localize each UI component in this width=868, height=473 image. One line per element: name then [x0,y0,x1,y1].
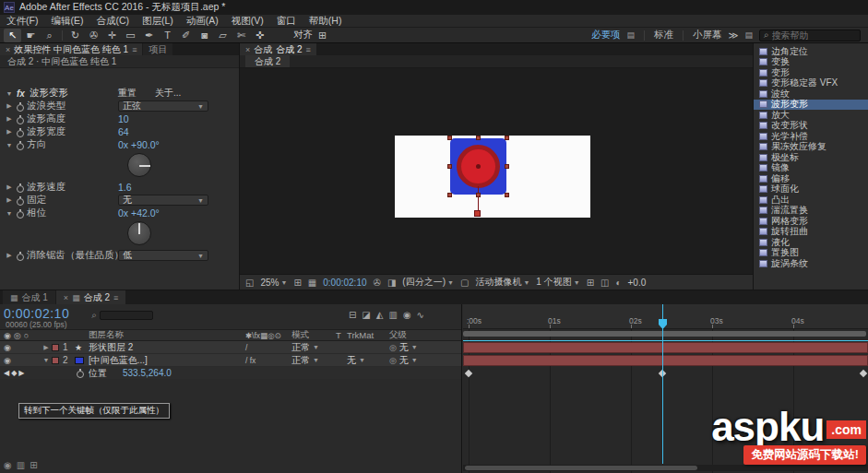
selection-handle[interactable] [447,136,452,140]
viewer-tab-comp2[interactable]: 合成 2 [245,55,290,67]
menu-window[interactable]: 窗口 [270,15,303,28]
twirl-closed-icon[interactable]: ▶ [4,128,15,136]
timeline-search-input[interactable] [100,311,153,320]
rotation-tool-icon[interactable]: ↻ [66,29,84,42]
twirl-open-icon[interactable]: ▼ [4,142,15,148]
mini-flowchart-icon[interactable]: ⊟ [349,310,356,320]
menu-edit[interactable]: 编辑(E) [44,15,89,28]
label-chip[interactable] [52,357,59,364]
property-name[interactable]: 位置 [89,367,107,380]
exposure-icon[interactable]: ◐ [615,278,621,288]
pixel-aspect-icon[interactable]: ◫ [600,278,609,288]
clone-stamp-tool-icon[interactable]: ◙ [196,29,213,42]
workspace-overflow-icon[interactable]: ≫ [728,30,738,41]
stopwatch-icon[interactable] [77,369,84,377]
brush-tool-icon[interactable]: ✐ [177,29,195,42]
parent-dropdown[interactable]: ◎ 无 ▼ [389,341,461,354]
selection-handle[interactable] [505,136,509,140]
pickwhip-icon[interactable]: ◎ [389,343,397,352]
wave-height-value[interactable]: 10 [118,113,129,124]
trkmat-dropdown[interactable]: 无 ▼ [347,354,389,367]
close-icon[interactable]: × [6,45,10,54]
stopwatch-icon[interactable] [17,196,24,205]
puppet-pin-tool-icon[interactable]: ✜ [251,29,268,42]
tab-effect-controls[interactable]: × 效果控件 中间色蓝色 纯色 1 ≡ [0,43,142,55]
twirl-closed-icon[interactable]: ▶ [4,252,15,259]
menu-composition[interactable]: 合成(C) [89,15,136,28]
layer-row-2[interactable]: ◉ ▼ 2 [中间色蓝色...] / fx 正常 ▼ 无 ▼ ◎ 无 [0,354,461,367]
text-tool-icon[interactable]: T [159,29,176,42]
twirl-closed-icon[interactable]: ▶ [4,183,15,191]
timeline-horizontal-scrollbar[interactable] [463,465,868,471]
close-icon[interactable]: × [64,293,68,302]
twirl-open-icon[interactable]: ▼ [4,210,15,217]
workspace-menu-icon[interactable]: ▤ [744,30,753,40]
anchor-point[interactable] [476,164,481,169]
work-area-bar[interactable] [463,331,866,337]
layer-switches[interactable]: / fx [245,356,291,365]
workspace-standard[interactable]: 标准 [654,29,673,41]
timeline-search[interactable]: ⌕ [91,310,153,321]
pinning-dropdown[interactable]: 无 ▼ [118,195,208,206]
phase-value[interactable]: 0x +42.0° [118,207,160,219]
graph-editor-icon[interactable]: ∿ [417,310,424,320]
grid-guides-icon[interactable]: ⊞ [293,278,301,288]
about-button[interactable]: 关于... [155,87,181,100]
wave-width-value[interactable]: 64 [118,126,129,137]
align-options-icon[interactable]: ⊞ [314,29,331,42]
mask-visibility-icon[interactable]: ▦ [308,278,316,288]
menu-layer[interactable]: 图层(L) [136,15,180,28]
layer-row-1[interactable]: ◉ ▶ 1 ★ 形状图层 2 / 正常 ▼ ◎ 无 ▼ [0,341,461,354]
selection-handle[interactable] [476,136,481,140]
selection-handle[interactable] [505,164,509,169]
wave-type-dropdown[interactable]: 正弦 ▼ [118,101,208,112]
timeline-tab-comp2[interactable]: × ▦ 合成 2 ≡ [56,290,125,304]
layer-name[interactable]: 形状图层 2 [89,341,245,354]
current-timecode[interactable]: 0:00:02:10 [4,306,69,321]
menu-animation[interactable]: 动画(A) [180,15,225,28]
draft-3d-icon[interactable]: ◪ [362,310,370,320]
next-keyframe-button[interactable]: ▶ [18,369,24,377]
previous-keyframe-button[interactable]: ◀ [4,369,9,377]
workspace-icon[interactable]: ▤ [626,30,635,40]
selection-handle[interactable] [447,164,452,169]
preview-timecode[interactable]: 0:00:02:10 [323,278,366,288]
layer-name-column-header[interactable]: 图层名称 [89,329,245,341]
zoom-tool-icon[interactable]: ⌕ [41,29,58,42]
direction-value[interactable]: 0x +90.0° [118,139,160,150]
eye-icon[interactable]: ◉ [4,343,11,352]
camera-tool-icon[interactable]: ✇ [85,29,102,42]
channels-icon[interactable]: ◨ [387,278,396,288]
stopwatch-icon[interactable] [17,115,24,124]
frame-blend-icon[interactable]: ▥ [388,310,397,320]
twirl-closed-icon[interactable]: ▶ [4,196,15,204]
expand-switches-icon[interactable]: ◉ [4,460,12,470]
effect-item[interactable]: 旋涡条纹 [754,258,868,269]
timeline-tab-comp1[interactable]: ▦ 合成 1 [3,290,55,304]
stopwatch-icon[interactable] [17,183,24,192]
parent-dropdown[interactable]: ◎ 无 ▼ [389,354,461,367]
stopwatch-icon[interactable] [17,128,24,136]
exposure-value[interactable]: +0.0 [628,278,647,288]
tab-project[interactable]: 项目 [143,43,172,55]
twirl-closed-icon[interactable]: ▶ [41,344,52,351]
menu-help[interactable]: 帮助(H) [303,15,349,28]
workspace-essentials[interactable]: 必要项 [591,29,621,41]
camera-dropdown[interactable]: 活动摄像机 ▼ [475,276,529,289]
mode-dropdown[interactable]: 正常 ▼ [291,341,336,354]
menu-view[interactable]: 视图(V) [225,15,270,28]
magnification-dropdown[interactable]: 25% ▼ [260,278,287,288]
layer-1-duration-bar[interactable] [463,342,868,353]
workspace-small-screen[interactable]: 小屏幕 [693,29,722,41]
roto-brush-tool-icon[interactable]: ✄ [232,29,250,42]
composition-viewer[interactable] [240,68,753,274]
resolution-dropdown[interactable]: (四分之一) ▼ [402,276,454,289]
shape-tool-icon[interactable]: ▭ [122,29,139,42]
eraser-tool-icon[interactable]: ▱ [214,29,232,42]
selection-tool-icon[interactable]: ↖ [4,29,21,42]
label-chip[interactable] [52,344,59,351]
switches-column-header[interactable]: ✱\fx▦◎⊙ [245,331,291,340]
view-layout-dropdown[interactable]: 1 个视图 ▼ [536,276,579,289]
panel-menu-icon[interactable]: ≡ [113,293,118,302]
direction-dial[interactable] [127,153,151,177]
